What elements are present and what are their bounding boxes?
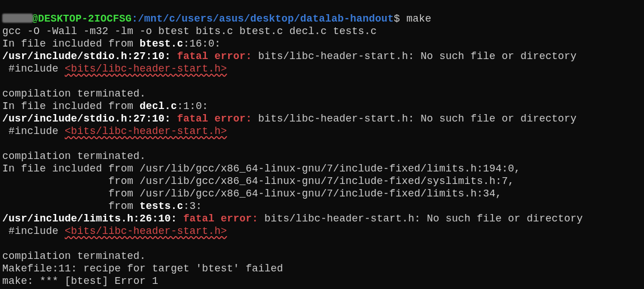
output-line: from /usr/lib/gcc/x86_64-linux-gnu/7/inc… (2, 188, 502, 199)
file-ref: tests.c (140, 200, 183, 212)
output-line: #include (2, 125, 65, 137)
output-line: compilation terminated. (2, 88, 146, 99)
output-line: #include (2, 63, 65, 74)
terminal-output[interactable]: @DESKTOP-2IOCFSG:/mnt/c/users/asus/deskt… (0, 0, 644, 287)
error-message: bits/libc-header-start.h: No such file o… (258, 113, 576, 124)
fatal-error-label: fatal error: (171, 113, 258, 124)
output-line: :16:0: (183, 38, 221, 49)
error-message: bits/libc-header-start.h: No such file o… (258, 51, 576, 62)
error-location: /usr/include/stdio.h:27:10: (2, 113, 171, 124)
output-line: In file included from (2, 100, 140, 112)
output-line: In file included from /usr/lib/gcc/x86_6… (2, 163, 520, 174)
include-directive: <bits/libc-header-start.h> (65, 125, 227, 137)
output-line: gcc -O -Wall -m32 -lm -o btest bits.c bt… (2, 26, 377, 37)
output-line: compilation terminated. (2, 250, 146, 262)
include-directive: <bits/libc-header-start.h> (65, 225, 227, 237)
output-line: :3: (183, 200, 202, 212)
prompt-dollar: $ (394, 13, 400, 24)
output-line: In file included from (2, 38, 140, 49)
include-directive: <bits/libc-header-start.h> (65, 63, 227, 74)
output-line: Makefile:11: recipe for target 'btest' f… (2, 263, 283, 274)
output-line: compilation terminated. (2, 150, 146, 162)
output-line: :1:0: (177, 100, 208, 112)
redacted-user (2, 14, 33, 23)
prompt-host: @DESKTOP-2IOCFSG (32, 13, 132, 24)
error-message: bits/libc-header-start.h: No such file o… (264, 213, 583, 224)
file-ref: decl.c (140, 100, 177, 112)
file-ref: btest.c (140, 38, 183, 49)
fatal-error-label: fatal error: (177, 213, 264, 224)
prompt-path: :/mnt/c/users/asus/desktop/datalab-hando… (132, 13, 394, 24)
output-line: make: *** [btest] Error 1 (2, 275, 158, 287)
fatal-error-label: fatal error: (171, 51, 258, 62)
output-line: #include (2, 225, 65, 237)
error-location: /usr/include/stdio.h:27:10: (2, 51, 171, 62)
output-line: from (2, 200, 140, 212)
output-line: from /usr/lib/gcc/x86_64-linux-gnu/7/inc… (2, 175, 514, 187)
command-text: make (406, 13, 431, 24)
error-location: /usr/include/limits.h:26:10: (2, 213, 177, 224)
